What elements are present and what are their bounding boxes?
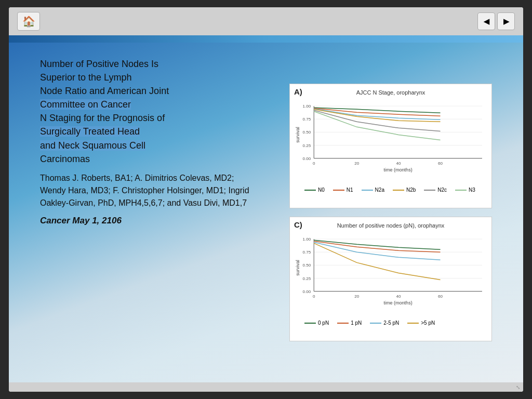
legend-0pn-label: 0 pN: [318, 320, 329, 326]
legend-n2b-line: [393, 190, 404, 191]
legend-0pn: 0 pN: [304, 320, 329, 326]
chart-c-title: Number of positive nodes (pN), orophaynx: [294, 222, 487, 229]
home-button[interactable]: 🏠: [17, 12, 40, 31]
legend-2-5pn: 2-5 pN: [370, 320, 399, 326]
title-line8: Carcinomas: [40, 154, 90, 164]
legend-n2a-line: [362, 190, 373, 191]
main-content: Number of Positive Nodes Is Superior to …: [9, 43, 523, 382]
legend-1pn: 1 pN: [337, 320, 362, 326]
title-line5: N Staging for the Prognosis of: [40, 113, 165, 123]
svg-text:20: 20: [354, 161, 359, 166]
legend-1pn-label: 1 pN: [351, 320, 362, 326]
legend-1pn-line: [337, 323, 349, 324]
resize-icon: ⤡: [516, 384, 520, 390]
outer-frame: 🏠 ◀ ▶ Number of Positive Nodes Is Superi…: [0, 0, 532, 399]
svg-text:0.00: 0.00: [303, 289, 311, 294]
title-line1: Number of Positive Nodes Is: [40, 59, 158, 69]
legend-n1-line: [333, 190, 344, 191]
chart-a-legend: N0 N1 N2a N2b: [294, 187, 487, 193]
authors-text: Thomas J. Roberts, BA1; A. Dimitrios Col…: [40, 172, 256, 209]
title-line4: Committee on Cancer: [40, 99, 131, 110]
prev-button[interactable]: ◀: [477, 12, 495, 30]
svg-text:0.25: 0.25: [303, 143, 311, 148]
legend-n0-line: [304, 190, 316, 191]
svg-text:0: 0: [313, 294, 315, 299]
svg-text:survival: survival: [295, 127, 300, 143]
chart-c-wrapper: C) Number of positive nodes (pN), oropha…: [289, 217, 492, 341]
svg-text:time (months): time (months): [383, 300, 412, 305]
legend-n0: N0: [304, 187, 325, 193]
charts-panel: A) AJCC N Stage, oropharynx 1.00: [269, 43, 523, 382]
toolbar: 🏠 ◀ ▶: [9, 7, 523, 35]
chart-a-label: A): [294, 87, 302, 96]
title-line7: and Neck Squamous Cell: [40, 140, 145, 151]
legend-2-5pn-line: [370, 323, 381, 324]
next-button[interactable]: ▶: [497, 12, 515, 30]
legend-n1: N1: [333, 187, 353, 193]
svg-text:0.75: 0.75: [303, 117, 311, 122]
legend-2-5pn-label: 2-5 pN: [383, 320, 399, 326]
legend-gt5pn-line: [407, 323, 419, 324]
legend-n2b: N2b: [393, 187, 416, 193]
bottom-bar: ⤡: [9, 382, 523, 392]
title-line2: Superior to the Lymph: [40, 72, 131, 83]
svg-text:1.00: 1.00: [303, 237, 311, 242]
svg-text:time (months): time (months): [383, 167, 412, 172]
legend-n2a-label: N2a: [375, 187, 384, 193]
prev-icon: ◀: [484, 17, 489, 25]
text-panel: Number of Positive Nodes Is Superior to …: [9, 43, 269, 382]
svg-text:40: 40: [396, 161, 401, 166]
nav-buttons: ◀ ▶: [477, 12, 515, 30]
chart-a-title: AJCC N Stage, oropharynx: [294, 89, 487, 96]
title-line3: Node Ratio and American Joint: [40, 86, 169, 96]
svg-text:0.50: 0.50: [303, 263, 311, 268]
svg-text:survival: survival: [295, 260, 300, 276]
svg-text:0.25: 0.25: [303, 276, 311, 281]
chart-a-wrapper: A) AJCC N Stage, oropharynx 1.00: [289, 84, 492, 208]
next-icon: ▶: [503, 17, 509, 25]
home-icon: 🏠: [22, 15, 35, 28]
svg-text:1.00: 1.00: [303, 104, 311, 109]
legend-0pn-line: [304, 323, 316, 324]
legend-n2b-label: N2b: [406, 187, 416, 193]
legend-n2a: N2a: [362, 187, 384, 193]
chart-c-svg: 1.00 0.75 0.50 0.25 0.00 0 20 40 60 time…: [294, 233, 487, 316]
legend-gt5pn: >5 pN: [407, 320, 435, 326]
legend-n2c-label: N2c: [437, 187, 447, 193]
svg-text:0.00: 0.00: [303, 156, 311, 161]
blue-accent-bar: [9, 35, 523, 43]
svg-text:60: 60: [438, 161, 443, 166]
chart-c-label: C): [294, 220, 302, 229]
legend-n3-line: [455, 190, 467, 191]
legend-n0-label: N0: [318, 187, 325, 193]
legend-n3: N3: [455, 187, 475, 193]
slide-container: 🏠 ◀ ▶ Number of Positive Nodes Is Superi…: [9, 7, 523, 392]
svg-text:60: 60: [438, 294, 443, 299]
svg-text:0.50: 0.50: [303, 130, 311, 135]
journal-citation: Cancer May 1, 2106: [40, 215, 256, 227]
legend-n2c: N2c: [424, 187, 447, 193]
chart-c-legend: 0 pN 1 pN 2-5 pN >5 pN: [294, 320, 487, 326]
chart-a-svg: 1.00 0.75 0.50 0.25 0.00 0 20 40 60 time…: [294, 100, 487, 183]
legend-n2c-line: [424, 190, 435, 191]
svg-text:0: 0: [313, 161, 315, 166]
svg-text:40: 40: [396, 294, 401, 299]
svg-text:0.75: 0.75: [303, 250, 311, 255]
article-title: Number of Positive Nodes Is Superior to …: [40, 57, 256, 166]
legend-n3-label: N3: [469, 187, 475, 193]
svg-text:20: 20: [354, 294, 359, 299]
legend-n1-label: N1: [347, 187, 353, 193]
title-line6: Surgically Treated Head: [40, 126, 140, 137]
legend-gt5pn-label: >5 pN: [421, 320, 435, 326]
